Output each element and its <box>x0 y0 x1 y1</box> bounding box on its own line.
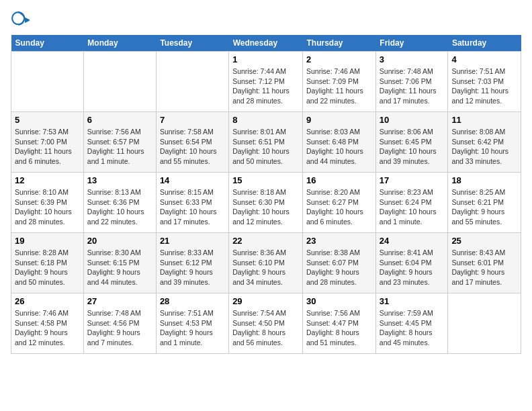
calendar-cell: 26Sunrise: 7:46 AMSunset: 4:58 PMDayligh… <box>11 293 84 354</box>
calendar-cell: 11Sunrise: 8:08 AMSunset: 6:42 PMDayligh… <box>448 112 521 173</box>
calendar-cell: 17Sunrise: 8:23 AMSunset: 6:24 PMDayligh… <box>375 173 448 233</box>
day-info: Sunrise: 8:30 AMSunset: 6:15 PMDaylight:… <box>87 248 152 287</box>
day-number: 12 <box>15 175 80 185</box>
day-info: Sunrise: 8:38 AMSunset: 6:07 PMDaylight:… <box>306 248 372 287</box>
logo-icon <box>11 11 30 30</box>
calendar-cell: 3Sunrise: 7:48 AMSunset: 7:06 PMDaylight… <box>375 52 448 112</box>
day-info: Sunrise: 7:46 AMSunset: 7:09 PMDaylight:… <box>306 66 372 106</box>
day-number: 19 <box>15 236 80 246</box>
calendar-cell: 28Sunrise: 7:51 AMSunset: 4:53 PMDayligh… <box>156 293 228 354</box>
day-info: Sunrise: 8:08 AMSunset: 6:42 PMDaylight:… <box>451 127 517 167</box>
svg-marker-1 <box>25 17 30 23</box>
day-info: Sunrise: 7:56 AMSunset: 6:57 PMDaylight:… <box>87 127 152 167</box>
day-number: 16 <box>306 175 372 185</box>
calendar-cell: 6Sunrise: 7:56 AMSunset: 6:57 PMDaylight… <box>83 112 156 173</box>
calendar-cell: 12Sunrise: 8:10 AMSunset: 6:39 PMDayligh… <box>11 173 84 233</box>
calendar-cell: 29Sunrise: 7:54 AMSunset: 4:50 PMDayligh… <box>229 293 303 354</box>
day-number: 11 <box>451 115 517 125</box>
calendar-cell: 16Sunrise: 8:20 AMSunset: 6:27 PMDayligh… <box>303 173 376 233</box>
day-number: 3 <box>380 54 445 64</box>
weekday-header: Tuesday <box>156 35 228 52</box>
day-info: Sunrise: 7:51 AMSunset: 4:53 PMDaylight:… <box>160 308 225 348</box>
day-number: 31 <box>380 296 445 306</box>
page-header <box>11 11 521 30</box>
calendar-cell: 20Sunrise: 8:30 AMSunset: 6:15 PMDayligh… <box>83 233 156 293</box>
day-number: 27 <box>87 296 152 306</box>
day-info: Sunrise: 7:51 AMSunset: 7:03 PMDaylight:… <box>451 66 517 106</box>
day-info: Sunrise: 8:06 AMSunset: 6:45 PMDaylight:… <box>380 127 445 167</box>
day-number: 24 <box>380 236 445 246</box>
day-info: Sunrise: 8:18 AMSunset: 6:30 PMDaylight:… <box>232 187 299 227</box>
day-number: 22 <box>232 236 299 246</box>
calendar-cell: 2Sunrise: 7:46 AMSunset: 7:09 PMDaylight… <box>303 52 376 112</box>
calendar-cell: 7Sunrise: 7:58 AMSunset: 6:54 PMDaylight… <box>156 112 228 173</box>
day-info: Sunrise: 8:25 AMSunset: 6:21 PMDaylight:… <box>451 187 517 227</box>
day-number: 25 <box>451 236 517 246</box>
day-number: 10 <box>380 115 445 125</box>
calendar-cell <box>448 293 521 354</box>
calendar-week-row: 5Sunrise: 7:53 AMSunset: 7:00 PMDaylight… <box>11 112 521 173</box>
day-info: Sunrise: 7:56 AMSunset: 4:47 PMDaylight:… <box>306 308 372 348</box>
calendar-cell: 1Sunrise: 7:44 AMSunset: 7:12 PMDaylight… <box>229 52 303 112</box>
calendar-cell: 5Sunrise: 7:53 AMSunset: 7:00 PMDaylight… <box>11 112 84 173</box>
calendar-cell: 18Sunrise: 8:25 AMSunset: 6:21 PMDayligh… <box>448 173 521 233</box>
logo <box>11 11 32 30</box>
weekday-header: Saturday <box>448 35 521 52</box>
calendar-cell: 21Sunrise: 8:33 AMSunset: 6:12 PMDayligh… <box>156 233 228 293</box>
day-number: 26 <box>15 296 80 306</box>
day-number: 23 <box>306 236 372 246</box>
day-info: Sunrise: 7:54 AMSunset: 4:50 PMDaylight:… <box>232 308 299 348</box>
day-number: 6 <box>87 115 152 125</box>
calendar-cell: 15Sunrise: 8:18 AMSunset: 6:30 PMDayligh… <box>229 173 303 233</box>
calendar-cell: 23Sunrise: 8:38 AMSunset: 6:07 PMDayligh… <box>303 233 376 293</box>
day-info: Sunrise: 7:48 AMSunset: 4:56 PMDaylight:… <box>87 308 152 348</box>
day-number: 15 <box>232 175 299 185</box>
day-number: 7 <box>160 115 225 125</box>
day-number: 1 <box>232 54 299 64</box>
day-info: Sunrise: 8:13 AMSunset: 6:36 PMDaylight:… <box>87 187 152 227</box>
calendar-cell: 24Sunrise: 8:41 AMSunset: 6:04 PMDayligh… <box>375 233 448 293</box>
day-number: 20 <box>87 236 152 246</box>
day-info: Sunrise: 8:28 AMSunset: 6:18 PMDaylight:… <box>15 248 80 287</box>
day-number: 18 <box>451 175 517 185</box>
day-info: Sunrise: 8:20 AMSunset: 6:27 PMDaylight:… <box>306 187 372 227</box>
day-number: 8 <box>232 115 299 125</box>
day-number: 14 <box>160 175 225 185</box>
calendar-table: SundayMondayTuesdayWednesdayThursdayFrid… <box>11 35 521 354</box>
calendar-cell <box>11 52 84 112</box>
day-number: 17 <box>380 175 445 185</box>
calendar-cell: 14Sunrise: 8:15 AMSunset: 6:33 PMDayligh… <box>156 173 228 233</box>
day-info: Sunrise: 8:43 AMSunset: 6:01 PMDaylight:… <box>451 248 517 287</box>
weekday-header: Friday <box>375 35 448 52</box>
weekday-header: Sunday <box>11 35 84 52</box>
weekday-header: Monday <box>83 35 156 52</box>
day-info: Sunrise: 7:53 AMSunset: 7:00 PMDaylight:… <box>15 127 80 167</box>
day-number: 2 <box>306 54 372 64</box>
day-info: Sunrise: 8:15 AMSunset: 6:33 PMDaylight:… <box>160 187 225 227</box>
day-info: Sunrise: 7:46 AMSunset: 4:58 PMDaylight:… <box>15 308 80 348</box>
day-number: 30 <box>306 296 372 306</box>
day-number: 4 <box>451 54 517 64</box>
day-number: 29 <box>232 296 299 306</box>
calendar-cell <box>83 52 156 112</box>
calendar-cell: 13Sunrise: 8:13 AMSunset: 6:36 PMDayligh… <box>83 173 156 233</box>
day-info: Sunrise: 7:58 AMSunset: 6:54 PMDaylight:… <box>160 127 225 167</box>
day-info: Sunrise: 8:01 AMSunset: 6:51 PMDaylight:… <box>232 127 299 167</box>
day-info: Sunrise: 8:03 AMSunset: 6:48 PMDaylight:… <box>306 127 372 167</box>
day-info: Sunrise: 8:33 AMSunset: 6:12 PMDaylight:… <box>160 248 225 287</box>
calendar-cell: 9Sunrise: 8:03 AMSunset: 6:48 PMDaylight… <box>303 112 376 173</box>
day-info: Sunrise: 8:36 AMSunset: 6:10 PMDaylight:… <box>232 248 299 287</box>
calendar-cell: 30Sunrise: 7:56 AMSunset: 4:47 PMDayligh… <box>303 293 376 354</box>
calendar-cell <box>156 52 228 112</box>
weekday-header: Thursday <box>303 35 376 52</box>
day-info: Sunrise: 8:10 AMSunset: 6:39 PMDaylight:… <box>15 187 80 227</box>
day-number: 9 <box>306 115 372 125</box>
calendar-cell: 19Sunrise: 8:28 AMSunset: 6:18 PMDayligh… <box>11 233 84 293</box>
day-info: Sunrise: 8:41 AMSunset: 6:04 PMDaylight:… <box>380 248 445 287</box>
calendar-week-row: 26Sunrise: 7:46 AMSunset: 4:58 PMDayligh… <box>11 293 521 354</box>
day-info: Sunrise: 7:59 AMSunset: 4:45 PMDaylight:… <box>380 308 445 348</box>
weekday-header: Wednesday <box>229 35 303 52</box>
calendar-week-row: 1Sunrise: 7:44 AMSunset: 7:12 PMDaylight… <box>11 52 521 112</box>
weekday-header-row: SundayMondayTuesdayWednesdayThursdayFrid… <box>11 35 521 52</box>
calendar-cell: 4Sunrise: 7:51 AMSunset: 7:03 PMDaylight… <box>448 52 521 112</box>
